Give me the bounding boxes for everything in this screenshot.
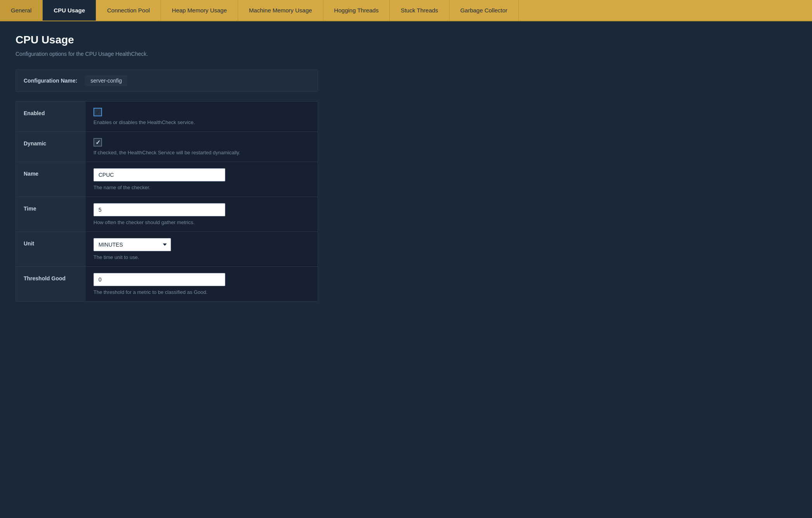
dynamic-hint: If checked, the HealthCheck Service will… (93, 150, 310, 155)
config-name-row: Configuration Name: server-config (16, 69, 318, 92)
form-row-threshold-good: Threshold Good The threshold for a metri… (16, 267, 318, 301)
threshold-good-input[interactable] (93, 273, 225, 286)
field-unit: MINUTES SECONDS HOURS The time unit to u… (86, 232, 318, 266)
unit-hint: The time unit to use. (93, 254, 310, 260)
field-threshold-good: The threshold for a metric to be classif… (86, 267, 318, 301)
config-name-value: server-config (85, 75, 127, 86)
tab-connection-pool[interactable]: Connection Pool (96, 0, 161, 21)
label-time: Time (16, 197, 86, 231)
field-enabled: ✓ Enables or disables the HealthCheck se… (86, 102, 318, 131)
dynamic-checkbox[interactable]: ✓ (93, 138, 102, 147)
field-time: How often the checker should gather metr… (86, 197, 318, 231)
label-name: Name (16, 162, 86, 197)
form-row-unit: Unit MINUTES SECONDS HOURS The time unit… (16, 232, 318, 267)
tab-machine-memory-usage[interactable]: Machine Memory Usage (238, 0, 323, 21)
tab-bar: General CPU Usage Connection Pool Heap M… (0, 0, 812, 21)
name-hint: The name of the checker. (93, 185, 310, 190)
page-title: CPU Usage (16, 34, 796, 46)
enabled-hint: Enables or disables the HealthCheck serv… (93, 119, 310, 125)
label-unit: Unit (16, 232, 86, 266)
name-input[interactable] (93, 168, 225, 181)
tab-hogging-threads[interactable]: Hogging Threads (323, 0, 390, 21)
enabled-checkbox[interactable]: ✓ (93, 108, 102, 116)
tab-cpu-usage[interactable]: CPU Usage (43, 0, 96, 21)
form-row-name: Name The name of the checker. (16, 162, 318, 197)
tab-general[interactable]: General (0, 0, 43, 21)
tab-garbage-collector[interactable]: Garbage Collector (449, 0, 519, 21)
form-row-dynamic: Dynamic ✓ If checked, the HealthCheck Se… (16, 132, 318, 162)
form-table: Enabled ✓ Enables or disables the Health… (16, 101, 318, 302)
form-row-enabled: Enabled ✓ Enables or disables the Health… (16, 102, 318, 132)
label-threshold-good: Threshold Good (16, 267, 86, 301)
unit-select[interactable]: MINUTES SECONDS HOURS (93, 238, 171, 251)
time-hint: How often the checker should gather metr… (93, 219, 310, 225)
time-input[interactable] (93, 203, 225, 216)
main-content: CPU Usage Configuration options for the … (0, 21, 812, 314)
enabled-checkmark: ✓ (95, 109, 100, 116)
label-enabled: Enabled (16, 102, 86, 131)
dynamic-checkbox-wrapper: ✓ (93, 138, 310, 147)
dynamic-checkmark: ✓ (95, 139, 100, 146)
field-name: The name of the checker. (86, 162, 318, 197)
enabled-checkbox-wrapper: ✓ (93, 108, 310, 116)
tab-stuck-threads[interactable]: Stuck Threads (390, 0, 449, 21)
tab-heap-memory-usage[interactable]: Heap Memory Usage (161, 0, 238, 21)
page-description: Configuration options for the CPU Usage … (16, 51, 796, 57)
config-name-label: Configuration Name: (24, 78, 77, 84)
threshold-good-hint: The threshold for a metric to be classif… (93, 289, 310, 295)
field-dynamic: ✓ If checked, the HealthCheck Service wi… (86, 132, 318, 162)
label-dynamic: Dynamic (16, 132, 86, 162)
form-row-time: Time How often the checker should gather… (16, 197, 318, 232)
